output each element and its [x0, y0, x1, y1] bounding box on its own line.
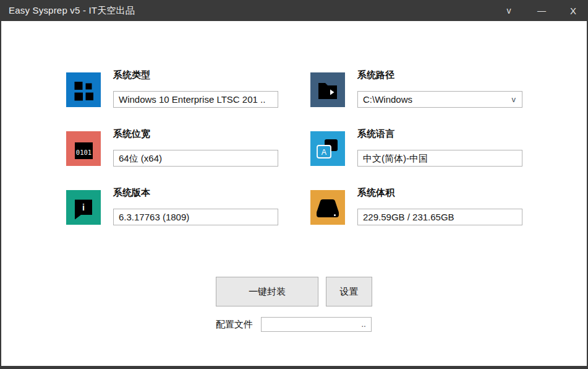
field-value: C:\Windows — [363, 94, 412, 105]
language-icon: A — [310, 131, 345, 166]
info-bubble-icon: i — [66, 190, 101, 225]
field-label: 系统路径 — [357, 69, 522, 80]
config-file-input[interactable]: .. — [261, 317, 372, 332]
titlebar-dropdown-button[interactable]: v — [498, 0, 519, 21]
icon-letter-a: A — [322, 148, 327, 157]
field-system-bitness: 0101 系统位宽 64位 (x64) — [66, 128, 278, 166]
window-title: Easy Sysprep v5 - IT天空出品 — [9, 5, 135, 17]
field-system-version: i 系统版本 6.3.17763 (1809) — [66, 187, 278, 225]
field-value: Windows 10 Enterprise LTSC 201 .. — [119, 94, 265, 105]
browse-button[interactable]: .. — [361, 318, 366, 330]
field-value: 6.3.17763 (1809) — [119, 212, 189, 222]
system-language-input[interactable]: 中文(简体)-中国 — [357, 150, 522, 167]
icon-info-i: i — [82, 202, 85, 212]
hard-drive-icon — [310, 190, 345, 225]
system-version-input[interactable]: 6.3.17763 (1809) — [113, 209, 278, 225]
config-file-label: 配置文件 — [216, 319, 253, 331]
folder-arrow-icon — [310, 72, 345, 107]
apps-grid-icon — [66, 72, 101, 107]
field-system-path: 系统路径 C:\Windows v — [310, 69, 522, 107]
app-window: Easy Sysprep v5 - IT天空出品 v — X 系统类型 — [0, 0, 588, 369]
field-system-type: 系统类型 Windows 10 Enterprise LTSC 201 .. — [66, 69, 278, 107]
config-file-row: 配置文件 .. — [216, 317, 372, 332]
field-label: 系统体积 — [357, 187, 522, 198]
field-value: 229.59GB / 231.65GB — [363, 212, 454, 222]
field-label: 系统位宽 — [113, 128, 278, 139]
one-click-package-button[interactable]: 一键封装 — [216, 277, 318, 306]
close-button[interactable]: X — [563, 0, 584, 21]
field-value: 中文(简体)-中国 — [363, 153, 428, 163]
chevron-down-icon[interactable]: v — [512, 92, 516, 107]
main-panel: 系统类型 Windows 10 Enterprise LTSC 201 .. — [1, 21, 587, 366]
binary-window-icon: 0101 — [66, 131, 101, 166]
icon-binary-text: 0101 — [76, 149, 92, 156]
system-type-input[interactable]: Windows 10 Enterprise LTSC 201 .. — [113, 91, 278, 108]
field-label: 系统版本 — [113, 187, 278, 198]
field-value: 64位 (x64) — [119, 153, 162, 163]
system-path-combobox[interactable]: C:\Windows v — [357, 91, 522, 108]
action-buttons: 一键封装 设置 — [216, 277, 372, 306]
settings-button[interactable]: 设置 — [326, 277, 372, 306]
minimize-button[interactable]: — — [531, 0, 552, 21]
field-label: 系统类型 — [113, 69, 278, 80]
system-info-grid: 系统类型 Windows 10 Enterprise LTSC 201 .. — [66, 69, 522, 225]
system-volume-input[interactable]: 229.59GB / 231.65GB — [357, 209, 522, 225]
field-system-language: A 系统语言 中文(简体)-中国 — [310, 128, 522, 166]
system-bitness-input[interactable]: 64位 (x64) — [113, 150, 278, 167]
field-system-volume: 系统体积 229.59GB / 231.65GB — [310, 187, 522, 225]
field-label: 系统语言 — [357, 128, 522, 139]
